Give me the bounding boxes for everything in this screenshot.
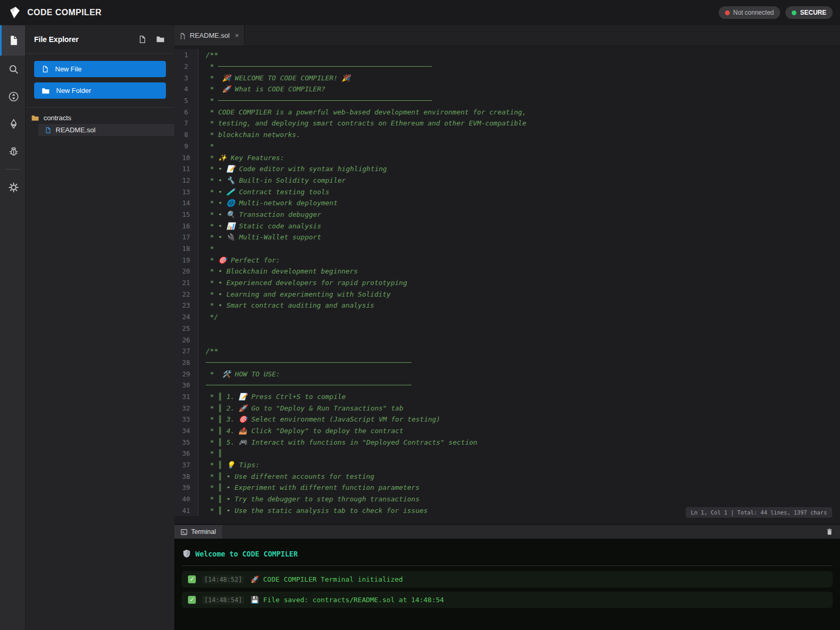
new-folder-icon [156,35,165,43]
code-line[interactable]: 23 * • Smart contract auditing and analy… [174,300,840,311]
log-timestamp: [14:48:52] [202,575,244,584]
code-line[interactable]: 34 * ║ 4. 📤 Click "Deploy" to deploy the… [174,425,840,437]
code-line[interactable]: 40 * ║ • Try the debugger to step throug… [174,494,840,505]
code-text: * 🛠️ HOW TO USE: [198,370,280,378]
code-line[interactable]: 25 [174,323,840,334]
sidebar-item-solidity-compiler[interactable] [0,110,25,138]
tab-terminal[interactable]: Terminal [174,525,222,539]
line-number: 13 [174,186,198,197]
code-line[interactable]: 31 * ║ 1. 📝 Press Ctrl+S to compile [174,391,840,403]
line-number: 27 [174,345,198,357]
code-line[interactable]: 39 * ║ • Experiment with different funct… [174,482,840,494]
code-line[interactable]: 27/** [174,345,840,357]
log-timestamp: [14:48:54] [202,596,244,604]
code-line[interactable]: 2 * ────────────────────────────────────… [174,61,840,72]
new-file-icon [138,35,146,44]
code-line[interactable]: 8 * blockchain networks. [174,129,840,141]
line-number: 31 [174,391,198,403]
settings-icon [8,182,19,193]
folder-icon [41,87,50,94]
new-folder-icon-button[interactable] [155,34,166,45]
code-line[interactable]: 32 * ║ 2. 🚀 Go to "Deploy & Run Transact… [174,402,840,414]
code-line[interactable]: 6 * CODE COMPILER is a powerful web-base… [174,106,840,118]
code-line[interactable]: 36 * ║ [174,448,840,459]
code-line[interactable]: 29 * 🛠️ HOW TO USE: [174,368,840,380]
code-line[interactable]: 13 * • 🧪 Contract testing tools [174,186,840,197]
code-line[interactable]: 37 * ║ 💡 Tips: [174,459,840,471]
app-logo-icon [7,5,22,20]
line-number: 17 [174,232,198,243]
sidebar-item-file-explorer[interactable] [0,25,25,56]
code-line[interactable]: 14 * • 🌐 Multi-network deployment [174,197,840,209]
code-text: * • 🔍 Transaction debugger [198,211,321,218]
code-line[interactable]: 1/** [174,49,840,61]
line-number: 2 [174,61,198,72]
line-number: 10 [174,152,198,163]
new-folder-button[interactable]: New Folder [34,82,166,99]
tree-item-contracts[interactable]: contracts [26,112,174,124]
new-file-button[interactable]: New File [34,61,166,77]
debug-icon [8,145,19,157]
line-number: 16 [174,220,198,232]
code-line[interactable]: 20 * • Blockchain development beginners [174,266,840,277]
tree-item-readme-sol[interactable]: README.sol [38,124,174,136]
tab-label: README.sol [190,32,230,39]
code-editor[interactable]: 1/**2 * ────────────────────────────────… [174,46,840,524]
code-text: * ║ 💡 Tips: [198,461,259,469]
sidebar-item-search[interactable] [0,56,25,83]
code-line[interactable]: 9 * [174,141,840,152]
line-number: 35 [174,436,198,448]
app-window: CODE COMPILER Not connected SECURE [0,0,840,630]
code-line[interactable]: 21 * • Experienced developers for rapid … [174,277,840,289]
code-line[interactable]: 17 * • 🔌 Multi-Wallet support [174,232,840,243]
code-line[interactable]: 19 * 🎯 Perfect for: [174,254,840,266]
code-line[interactable]: 16 * • 📊 Static code analysis [174,220,840,232]
line-number: 4 [174,83,198,95]
sidebar-item-debugger[interactable] [0,138,25,165]
code-line[interactable]: 15 * • 🔍 Transaction debugger [174,209,840,220]
code-line[interactable]: 5 * ────────────────────────────────────… [174,95,840,107]
app-title: CODE COMPILER [27,8,102,17]
code-line[interactable]: 11 * • 📝 Code editor with syntax highlig… [174,163,840,175]
code-text: * [198,142,214,150]
sidebar-item-deploy-run[interactable] [0,83,25,110]
code-text: * • Blockchain development beginners [198,267,358,275]
code-text: */ [198,313,218,321]
check-icon: ✓ [188,596,196,604]
code-text: * ║ [198,449,222,457]
code-line[interactable]: 10 * ✨ Key Features: [174,152,840,163]
code-line[interactable]: 38 * ║ • Use different accounts for test… [174,470,840,482]
terminal-log-entry: ✓[14:48:54]💾 File saved: contracts/READM… [182,592,833,608]
file-explorer-icon [8,35,19,46]
connection-status-badge: Not connected [719,6,780,19]
new-file-icon-button[interactable] [137,34,148,45]
code-line[interactable]: 26 [174,334,840,345]
terminal-icon [181,529,187,536]
code-text: * blockchain networks. [198,131,300,139]
line-number: 29 [174,368,198,380]
code-line[interactable]: 28──────────────────────────────────────… [174,357,840,369]
code-line[interactable]: 33 * ║ 3. 🎯 Select environment (JavaScri… [174,414,840,425]
code-line[interactable]: 24 */ [174,311,840,323]
new-folder-button-label: New Folder [56,87,91,94]
folder-icon [31,114,39,121]
code-line[interactable]: 3 * 🎉 WELCOME TO CODE COMPILER! 🎉 [174,72,840,83]
code-line[interactable]: 18 * [174,243,840,255]
code-line[interactable]: 22 * • Learning and experimenting with S… [174,288,840,300]
code-line[interactable]: 30──────────────────────────────────────… [174,380,840,391]
sidebar-item-settings[interactable] [0,174,25,201]
line-number: 11 [174,163,198,175]
code-line[interactable]: 12 * • 🔧 Built-in Solidity compiler [174,175,840,186]
tab-readme-sol[interactable]: README.sol × [174,25,245,46]
shield-icon [183,549,191,558]
main-area: File Explorer [0,25,840,630]
code-line[interactable]: 4 * 🚀 What is CODE COMPILER? [174,83,840,95]
code-text: * • 🔌 Multi-Wallet support [198,233,321,241]
terminal-body[interactable]: Welcome to CODE COMPILER ✓[14:48:52]🚀 CO… [174,539,840,630]
tab-close-icon[interactable]: × [235,32,239,39]
clear-terminal-button[interactable] [826,528,833,536]
code-line[interactable]: 35 * ║ 5. 🎮 Interact with functions in "… [174,436,840,448]
code-line[interactable]: 7 * testing, and deploying smart contrac… [174,118,840,129]
line-number: 22 [174,288,198,300]
file-icon [41,65,49,73]
